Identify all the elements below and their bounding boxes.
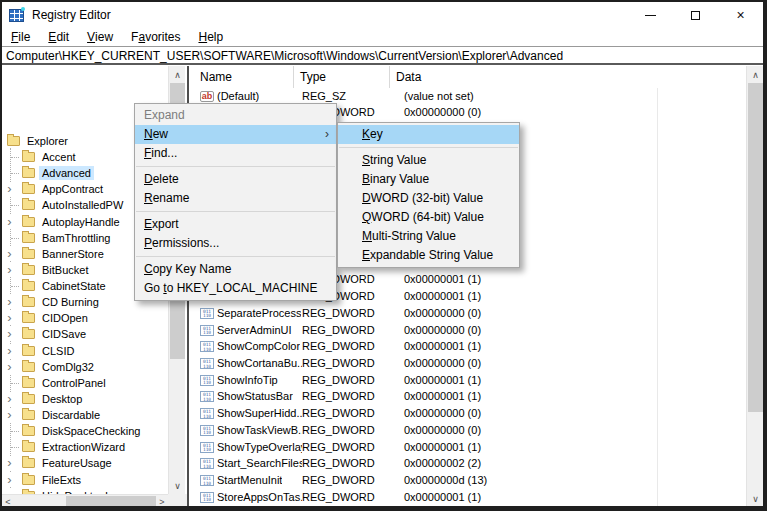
value-type: REG_DWORD	[302, 474, 375, 486]
tree-item-label: Accent	[39, 150, 79, 164]
value-name: StartMenuInit	[217, 474, 282, 486]
tree-expand-icon[interactable]: ›	[3, 360, 16, 374]
list-vertical-scrollbar[interactable]: ∧ ∨	[746, 66, 763, 507]
column-header-name[interactable]: Name	[200, 70, 232, 84]
tree-connector-stub	[11, 431, 19, 432]
folder-icon	[22, 346, 35, 356]
folder-icon	[22, 217, 35, 227]
tree-item-label: AutoInstalledPW	[39, 198, 126, 212]
tree-expand-icon[interactable]: ›	[3, 392, 16, 406]
folder-icon	[22, 265, 35, 275]
header-separator[interactable]	[389, 66, 390, 88]
registry-value-row[interactable]: 011110ShowSuperHidd...REG_DWORD0x0000000…	[190, 406, 743, 423]
registry-value-row[interactable]: 011110ShowTaskViewB...REG_DWORD0x0000000…	[190, 423, 743, 440]
context-menu-item-find-[interactable]: Find...	[135, 144, 336, 163]
tree-item-label: FeatureUsage	[39, 456, 115, 470]
list-vscroll-thumb[interactable]	[748, 83, 763, 412]
submenu-item-key[interactable]: Key	[338, 125, 519, 144]
tree-item-controlpanel[interactable]: ControlPanel	[2, 375, 168, 391]
value-type: REG_DWORD	[302, 390, 375, 402]
tree-expand-icon[interactable]: ›	[3, 295, 16, 309]
folder-icon	[22, 442, 35, 452]
tree-item-featureusage[interactable]: ›FeatureUsage	[2, 455, 168, 471]
context-menu-item-rename[interactable]: Rename	[135, 189, 336, 208]
tree-expand-icon[interactable]: ›	[3, 456, 16, 470]
submenu-item-qword-64-bit-value[interactable]: QWORD (64-bit) Value	[338, 208, 519, 227]
registry-value-row[interactable]: 011110ServerAdminUIREG_DWORD0x00000000 (…	[190, 323, 743, 340]
registry-value-row[interactable]: 011110SeparateProcessREG_DWORD0x00000000…	[190, 306, 743, 323]
tree-connector-stub	[11, 157, 19, 158]
context-menu-item-delete[interactable]: Delete	[135, 170, 336, 189]
tree-item-diskspacechecking[interactable]: DiskSpaceChecking	[2, 423, 168, 439]
context-menu: ExpandNew›Find...DeleteRenameExportPermi…	[134, 103, 337, 301]
tree-item-extractionwizard[interactable]: ExtractionWizard	[2, 439, 168, 455]
tree-item-clsid[interactable]: ›CLSID	[2, 343, 168, 359]
context-menu-item-go-to-hkey-local-machine[interactable]: Go to HKEY_LOCAL_MACHINE	[135, 279, 336, 298]
context-menu-item-new[interactable]: New›	[135, 125, 336, 144]
tree-expand-icon[interactable]: ›	[3, 327, 16, 341]
menubar-item-favorites[interactable]: Favorites	[122, 28, 189, 46]
list-header: Name Type Data	[190, 66, 746, 88]
tree-expand-icon[interactable]: ›	[3, 311, 16, 325]
maximize-icon	[691, 11, 700, 20]
context-menu-item-export[interactable]: Export	[135, 215, 336, 234]
menubar-item-edit[interactable]: Edit	[39, 28, 78, 46]
submenu-item-multi-string-value[interactable]: Multi-String Value	[338, 227, 519, 246]
header-separator[interactable]	[293, 66, 294, 88]
maximize-button[interactable]	[673, 2, 718, 28]
menubar-item-view[interactable]: View	[78, 28, 122, 46]
tree-item-desktop[interactable]: ›Desktop	[2, 391, 168, 407]
scroll-left-icon[interactable]: <	[2, 495, 14, 508]
close-button[interactable]: ×	[718, 2, 763, 28]
tree-item-comdlg32[interactable]: ›ComDlg32	[2, 359, 168, 375]
scroll-up-icon[interactable]: ∧	[169, 66, 186, 83]
submenu-item-binary-value[interactable]: Binary Value	[338, 170, 519, 189]
tree-hscroll-thumb[interactable]	[66, 496, 156, 507]
scroll-up-icon[interactable]: ∧	[747, 66, 764, 83]
minimize-button[interactable]	[628, 2, 673, 28]
tree-expand-icon[interactable]: ›	[3, 263, 16, 277]
submenu-item-string-value[interactable]: String Value	[338, 151, 519, 170]
context-menu-item-permissions-[interactable]: Permissions...	[135, 234, 336, 253]
tree-expand-icon[interactable]: ›	[3, 182, 16, 196]
address-bar[interactable]: Computer\HKEY_CURRENT_USER\SOFTWARE\Micr…	[2, 48, 763, 65]
submenu-item-expandable-string-value[interactable]: Expandable String Value	[338, 246, 519, 265]
menubar-item-file[interactable]: File	[2, 28, 39, 46]
tree-horizontal-scrollbar[interactable]: < >	[2, 494, 168, 507]
value-name: ShowTaskViewB...	[217, 424, 302, 436]
tree-expand-icon[interactable]: ›	[3, 408, 16, 422]
registry-value-row[interactable]: 011110ShowCortanaBu...REG_DWORD0x0000000…	[190, 356, 743, 373]
tree-item-cidopen[interactable]: ›CIDOpen	[2, 310, 168, 326]
scroll-down-icon[interactable]: ∨	[169, 477, 186, 494]
column-header-data[interactable]: Data	[396, 70, 421, 84]
registry-app-icon	[9, 9, 24, 22]
registry-value-row[interactable]: 011110ShowStatusBarREG_DWORD0x00000001 (…	[190, 389, 743, 406]
tree-item-cidsave[interactable]: ›CIDSave	[2, 326, 168, 342]
scroll-down-icon[interactable]: ∨	[747, 490, 764, 507]
window-title: Registry Editor	[32, 8, 111, 22]
registry-value-row[interactable]: 011110Start_SearchFilesREG_DWORD0x000000…	[190, 456, 743, 473]
registry-value-row[interactable]: 011110ShowTypeOverlayREG_DWORD0x00000001…	[190, 440, 743, 457]
registry-value-row[interactable]: 011110ShowCompColorREG_DWORD0x00000001 (…	[190, 339, 743, 356]
menubar-item-help[interactable]: Help	[189, 28, 232, 46]
value-name: ShowCompColor	[217, 340, 300, 352]
tree-item-label: CD Burning	[39, 295, 102, 309]
submenu-item-dword-32-bit-value[interactable]: DWORD (32-bit) Value	[338, 189, 519, 208]
tree-expand-icon[interactable]: ›	[3, 215, 16, 229]
context-menu-item-copy-key-name[interactable]: Copy Key Name	[135, 260, 336, 279]
tree-expand-icon[interactable]: ›	[3, 344, 16, 358]
tree-item-fileexts[interactable]: ›FileExts	[2, 472, 168, 488]
value-name: Start_SearchFiles	[217, 457, 302, 469]
tree-item-discardable[interactable]: ›Discardable	[2, 407, 168, 423]
title-bar[interactable]: Registry Editor ×	[2, 2, 763, 28]
scroll-right-icon[interactable]: >	[156, 495, 168, 508]
tree-expand-icon[interactable]: ›	[3, 247, 16, 261]
registry-value-row[interactable]: 011110StartMenuInitREG_DWORD0x0000000d (…	[190, 473, 743, 490]
registry-value-row[interactable]: 011110StoreAppsOnTas...REG_DWORD0x000000…	[190, 490, 743, 507]
registry-value-row[interactable]: 011110ShowInfoTipREG_DWORD0x00000001 (1)	[190, 373, 743, 390]
value-data: 0x00000000 (0)	[404, 357, 481, 369]
column-header-type[interactable]: Type	[300, 70, 326, 84]
tree-expand-icon[interactable]: ›	[3, 473, 16, 487]
tree-item-label: ExtractionWizard	[39, 440, 128, 454]
tree-item-label: CLSID	[39, 344, 77, 358]
